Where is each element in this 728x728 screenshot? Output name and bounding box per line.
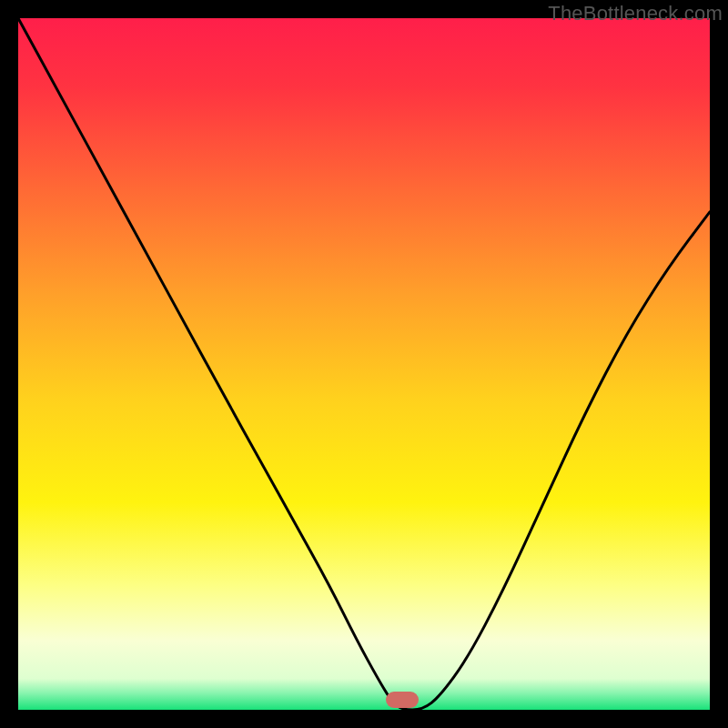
optimal-point-marker — [386, 692, 419, 708]
bottleneck-curve — [18, 18, 710, 710]
watermark-text: TheBottleneck.com — [548, 2, 723, 25]
chart-frame: TheBottleneck.com — [0, 0, 728, 728]
plot-area — [18, 18, 710, 710]
